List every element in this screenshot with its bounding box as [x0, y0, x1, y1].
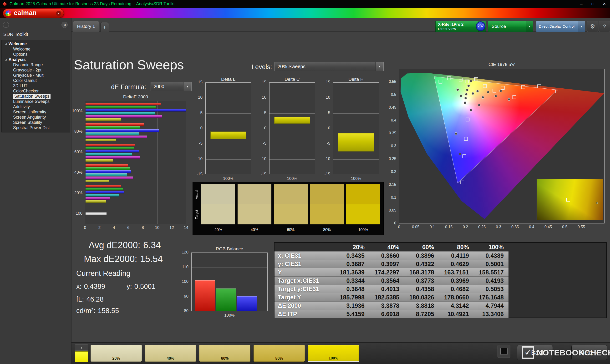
- settings-button[interactable]: ⚙: [587, 21, 598, 32]
- sidebar-section-welcome[interactable]: ◢Welcome: [2, 41, 70, 46]
- measured-marker: [476, 90, 479, 92]
- row-label: Target Y: [274, 293, 335, 302]
- measured-marker: [467, 85, 470, 87]
- sidebar-item-dynamic-range[interactable]: Dynamic Range: [2, 62, 70, 67]
- axis-tick-label: 8: [142, 225, 144, 230]
- bar-blue: [86, 129, 159, 132]
- sidebar-collapse-button[interactable]: ◀: [62, 22, 68, 28]
- levels-dropdown[interactable]: 20% Sweeps ▼: [274, 62, 384, 71]
- sidebar-item-screen-angularity[interactable]: Screen Angularity: [2, 115, 70, 120]
- sidebar-item-additivity[interactable]: Additivity: [2, 104, 70, 109]
- sidebar-item-3d-lut[interactable]: 3D LUT: [2, 83, 70, 88]
- axis-tick-label: 0.15: [389, 182, 396, 187]
- sidebar-item-color-gamut[interactable]: Color Gamut: [2, 78, 70, 83]
- sidebar-item-spectral-power-dist[interactable]: Spectral Power Dist.: [2, 125, 70, 130]
- axis-tick-label: -10: [324, 156, 330, 161]
- swatch-target: [238, 204, 272, 224]
- pattern-level-20%[interactable]: 20%: [90, 345, 142, 362]
- row-label: y: CIE31: [274, 260, 335, 268]
- bar-yellow: [86, 200, 106, 203]
- axis-tick-label: 5: [200, 111, 203, 115]
- cell-value: 163.7151: [439, 268, 474, 277]
- table-row-e-itp: ΔE ITP5.41596.69188.720510.492113.3406: [274, 310, 508, 318]
- cell-value: 0.4682: [439, 285, 474, 293]
- gridline: [206, 144, 251, 144]
- sidebar-item-grayscale-multi[interactable]: Grayscale - Multi: [2, 73, 70, 78]
- axis-tick-label: 0: [200, 126, 203, 130]
- chevron-glyph: ▼: [186, 85, 189, 88]
- minimize-button[interactable]: –: [576, 0, 587, 8]
- pattern-level-100%[interactable]: 100%: [308, 345, 359, 362]
- swatch-tile-label: 40%: [238, 228, 272, 232]
- pattern-level-label: 100%: [308, 356, 359, 360]
- measured-marker: [465, 93, 467, 95]
- swatch-actual: [201, 184, 235, 204]
- cell-value: 13.3406: [474, 310, 508, 318]
- de-formula-dropdown[interactable]: 2000 ▼: [151, 82, 192, 91]
- pattern-level-80%[interactable]: 80%: [253, 345, 305, 362]
- cie-chart: [399, 69, 605, 223]
- sidebar-item-grayscale-2pt[interactable]: Grayscale - 2pt: [2, 67, 70, 73]
- sidebar-item-screen-stability[interactable]: Screen Stability: [2, 120, 70, 125]
- axis-tick-label: 0: [84, 225, 86, 230]
- session-options-button[interactable]: [3, 22, 9, 28]
- close-button[interactable]: ✕: [598, 0, 610, 8]
- source-dropdown[interactable]: Source ▼: [488, 21, 533, 32]
- sidebar-item-label: Screen Uniformity: [13, 109, 46, 115]
- pattern-window-button[interactable]: [497, 345, 510, 358]
- help-button[interactable]: ?: [599, 21, 610, 32]
- sidebar-item-options[interactable]: Options: [2, 52, 70, 57]
- logo-menu-button[interactable]: ▼: [56, 11, 61, 16]
- measured-marker: [478, 104, 480, 106]
- delta-h-bar: [338, 133, 374, 152]
- pattern-level-60%[interactable]: 60%: [199, 345, 251, 362]
- back-button[interactable]: « Back: [517, 345, 553, 360]
- maximize-button[interactable]: □: [587, 0, 598, 8]
- sidebar-item-screen-uniformity[interactable]: Screen Uniformity: [2, 109, 70, 115]
- axis-tick-label: 0.4: [529, 225, 534, 229]
- x-label: x:: [76, 283, 82, 290]
- delta-c-chart-title: Delta C: [269, 77, 315, 82]
- current-pattern-swatch[interactable]: [75, 351, 88, 362]
- tab-history-1[interactable]: History 1: [73, 21, 99, 32]
- bar-green: [86, 106, 156, 108]
- sidebar-item-label: 3D LUT: [13, 83, 27, 88]
- table-row-x-cie31: x: CIE310.34350.36600.38960.41190.4389: [274, 251, 508, 260]
- pattern-level-label: 60%: [199, 356, 250, 361]
- sidebar-item-saturation-sweeps[interactable]: Saturation Sweeps: [2, 94, 70, 99]
- max-de2000-stat: Max dE2000:15.54: [84, 254, 163, 264]
- target-marker: [466, 118, 469, 121]
- bar-cyan: [86, 153, 132, 156]
- pattern-level-40%[interactable]: 40%: [145, 345, 196, 362]
- pattern-popup-button[interactable]: ▲: [75, 344, 88, 351]
- chevron-down-icon: ▼: [58, 12, 60, 14]
- gridline: [206, 159, 251, 160]
- target-marker: [475, 78, 478, 81]
- next-button[interactable]: Next »: [571, 345, 607, 360]
- cie-x-axis: 00.050.10.150.20.250.30.350.40.450.50.55: [399, 225, 605, 230]
- calman-logo-button[interactable]: calman ▼: [3, 9, 64, 18]
- bar-green: [86, 167, 130, 170]
- cell-value: 182.5385: [369, 293, 404, 302]
- axis-tick-label: -5: [327, 141, 330, 146]
- axis-tick-label: 10: [262, 95, 266, 100]
- pattern-level-label: 80%: [254, 356, 305, 361]
- measured-marker: [472, 92, 474, 95]
- sidebar-item-luminance-sweeps[interactable]: Luminance Sweeps: [2, 99, 70, 104]
- row-label: Target x:CIE31: [274, 277, 335, 285]
- help-icon: ?: [603, 23, 606, 29]
- display-control-dropdown[interactable]: Direct Display Control ▼: [536, 21, 585, 32]
- cie-zoom-inset: [537, 179, 603, 220]
- sidebar-item-colorchecker[interactable]: ColorChecker: [2, 88, 70, 94]
- cell-value: 178.0660: [439, 293, 474, 302]
- sidebar-title: SDR Toolkit: [3, 32, 28, 37]
- swatch-target: [201, 204, 235, 224]
- sidebar-item-welcome[interactable]: Welcome: [2, 46, 70, 52]
- pattern-level-buttons: 20%40%60%80%100%: [90, 345, 363, 362]
- measured-marker: [470, 80, 472, 82]
- sidebar-section-analysis[interactable]: ◢Analysis: [2, 57, 70, 62]
- app-icon: [2, 2, 7, 6]
- add-tab-button[interactable]: +: [100, 22, 109, 32]
- axis-tick-label: 0.55: [389, 79, 396, 84]
- axis-tick-label: 120: [182, 250, 188, 255]
